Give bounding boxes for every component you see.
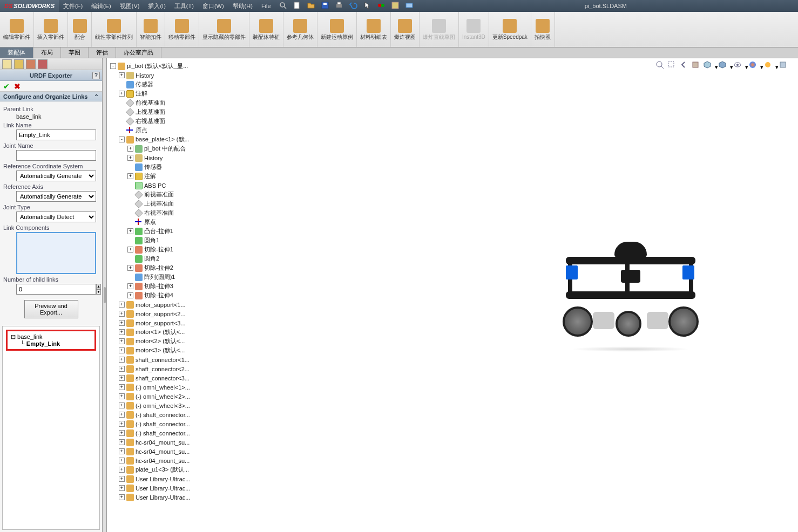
- feature-node[interactable]: +motor<2> (默认<...: [110, 337, 218, 346]
- expand-icon[interactable]: +: [119, 357, 125, 363]
- splitter[interactable]: [103, 58, 107, 532]
- feature-node[interactable]: +注解: [110, 89, 218, 98]
- ribbon-智能扣件[interactable]: 智能扣件: [137, 12, 165, 47]
- expand-icon[interactable]: +: [119, 412, 125, 418]
- feature-node[interactable]: -pi_bot (默认<默认_显...: [110, 62, 218, 71]
- ribbon-装配体特征[interactable]: 装配体特征: [249, 12, 283, 47]
- graphics-viewport[interactable]: ▾ ▾ ▾ ▾ ▾ -pi_bot (默认<默认_显...+History传感器…: [107, 58, 798, 532]
- feature-node[interactable]: 传感器: [110, 162, 218, 172]
- feature-node[interactable]: 圆角2: [110, 254, 218, 263]
- ref-axis-select[interactable]: Automatically Generate: [16, 191, 96, 202]
- tab-装配体[interactable]: 装配体: [0, 47, 33, 58]
- menu-i[interactable]: 插入(I): [144, 0, 170, 12]
- feature-node[interactable]: +motor_support<3...: [110, 318, 218, 328]
- tab-草图[interactable]: 草图: [61, 47, 89, 58]
- ribbon-爆炸视图[interactable]: 爆炸视图: [391, 12, 420, 47]
- feature-node[interactable]: +History: [110, 71, 218, 80]
- feature-node[interactable]: +User Library-Ultrac...: [110, 493, 218, 502]
- feature-node[interactable]: +pi_bot 中的配合: [110, 144, 218, 153]
- feature-node[interactable]: 圆角1: [110, 236, 218, 245]
- feature-node[interactable]: +(-) omni_wheel<1>...: [110, 383, 218, 392]
- expand-icon[interactable]: +: [127, 155, 133, 161]
- feature-node[interactable]: ABS PC: [110, 181, 218, 190]
- expand-icon[interactable]: +: [119, 329, 125, 335]
- feature-node[interactable]: +User Library-Ultrac...: [110, 474, 218, 483]
- feature-node[interactable]: 上视基准面: [110, 199, 218, 208]
- feature-node[interactable]: +(-) omni_wheel<2>...: [110, 392, 218, 401]
- feature-node[interactable]: +motor_support<1...: [110, 300, 218, 309]
- feature-node[interactable]: 前视基准面: [110, 190, 218, 199]
- expand-icon[interactable]: +: [119, 421, 125, 427]
- feature-node[interactable]: +History: [110, 153, 218, 162]
- expand-icon[interactable]: +: [119, 448, 125, 454]
- expand-icon[interactable]: +: [119, 302, 125, 308]
- search-icon[interactable]: [279, 1, 287, 11]
- tab-办公室产品[interactable]: 办公室产品: [116, 47, 161, 58]
- previous-view-icon[interactable]: [679, 60, 688, 71]
- feature-manager-tab-icon[interactable]: [2, 59, 12, 69]
- view-settings-icon[interactable]: ▾: [775, 60, 787, 71]
- feature-node[interactable]: 传感器: [110, 80, 218, 89]
- link-tree-root[interactable]: ⊟ base_link: [11, 333, 91, 340]
- new-icon[interactable]: [293, 1, 301, 11]
- expand-icon[interactable]: +: [119, 375, 125, 381]
- undo-icon[interactable]: [349, 1, 357, 11]
- open-icon[interactable]: [307, 1, 315, 11]
- menu-t[interactable]: 工具(T): [170, 0, 198, 12]
- menu-e[interactable]: 编辑(E): [87, 0, 116, 12]
- expand-icon[interactable]: +: [119, 458, 125, 463]
- feature-node[interactable]: +plate_u1<3> (默认...: [110, 465, 218, 474]
- ribbon-材料明细表[interactable]: 材料明细表: [357, 12, 391, 47]
- feature-node[interactable]: +(-) shaft_connector...: [110, 419, 218, 428]
- joint-type-select[interactable]: Automatically Detect: [16, 212, 96, 222]
- scene-icon[interactable]: ▾: [760, 60, 772, 71]
- expand-icon[interactable]: +: [119, 91, 125, 97]
- expand-icon[interactable]: +: [127, 247, 133, 253]
- expand-icon[interactable]: +: [119, 485, 125, 491]
- feature-node[interactable]: +切除-拉伸2: [110, 263, 218, 272]
- feature-node[interactable]: +shaft_connector<1...: [110, 355, 218, 364]
- expand-icon[interactable]: +: [127, 283, 133, 289]
- expand-icon[interactable]: +: [127, 265, 133, 271]
- display-style-icon[interactable]: ▾: [715, 60, 727, 71]
- expand-icon[interactable]: +: [119, 494, 125, 500]
- screen-capture-icon[interactable]: [405, 1, 414, 11]
- ribbon-编辑零部件[interactable]: 编辑零部件: [0, 12, 34, 47]
- spin-up-icon[interactable]: ▲: [96, 284, 101, 289]
- link-name-input[interactable]: [16, 129, 96, 140]
- feature-node[interactable]: +(-) shaft_connector...: [110, 428, 218, 438]
- expand-icon[interactable]: +: [119, 338, 125, 344]
- num-child-input[interactable]: [16, 284, 96, 295]
- spin-down-icon[interactable]: ▼: [96, 289, 101, 295]
- feature-node[interactable]: +shaft_connector<3...: [110, 373, 218, 383]
- feature-node[interactable]: 右视基准面: [110, 208, 218, 217]
- feature-node[interactable]: +(-) omni_wheel<3>...: [110, 401, 218, 410]
- cancel-icon[interactable]: ✖: [14, 82, 21, 91]
- zoom-fit-icon[interactable]: [655, 60, 664, 71]
- link-components-listbox[interactable]: [16, 232, 96, 274]
- ref-coord-select[interactable]: Automatically Generate: [16, 170, 96, 181]
- feature-node[interactable]: 原点: [110, 126, 218, 135]
- ribbon-插入零部件[interactable]: 插入零部件: [34, 12, 68, 47]
- expand-icon[interactable]: +: [127, 146, 133, 152]
- help-icon[interactable]: ?: [92, 72, 100, 79]
- ribbon-拍快照[interactable]: 拍快照: [531, 12, 555, 47]
- link-tree-child[interactable]: └ Empty_Link: [11, 340, 91, 347]
- expand-icon[interactable]: +: [127, 292, 133, 298]
- expand-icon[interactable]: +: [119, 393, 125, 399]
- feature-node[interactable]: +切除-拉伸3: [110, 282, 218, 291]
- expand-icon[interactable]: +: [119, 439, 125, 445]
- tab-布局[interactable]: 布局: [33, 47, 61, 58]
- feature-node[interactable]: 上视基准面: [110, 107, 218, 117]
- ribbon-线性零部件阵列[interactable]: 线性零部件阵列: [92, 12, 137, 47]
- expand-icon[interactable]: +: [119, 347, 125, 353]
- feature-node[interactable]: +hc-sr04_mount_su...: [110, 447, 218, 456]
- expand-icon[interactable]: -: [119, 137, 125, 142]
- menu-file[interactable]: File: [257, 0, 275, 12]
- expand-icon[interactable]: -: [110, 63, 116, 69]
- feature-node[interactable]: +shaft_connector<2...: [110, 364, 218, 373]
- feature-node[interactable]: 右视基准面: [110, 117, 218, 126]
- collapse-icon[interactable]: ⌃: [94, 93, 99, 100]
- expand-icon[interactable]: +: [119, 320, 125, 326]
- appearance-icon[interactable]: ▾: [745, 60, 757, 71]
